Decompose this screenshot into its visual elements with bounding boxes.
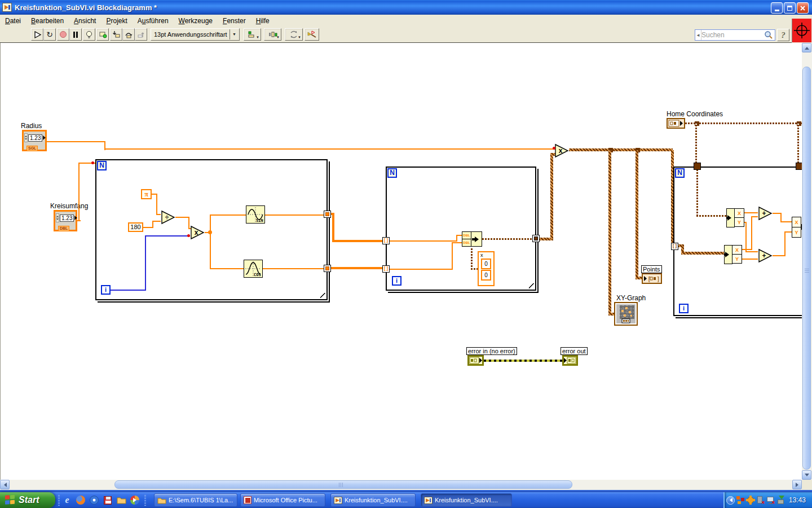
reorder-objects-button[interactable]: ▼ — [285, 28, 303, 41]
unbundle-node-2[interactable]: X Y — [724, 245, 742, 264]
loop2-input-tunnel-x[interactable]: [] — [382, 237, 390, 244]
help-button[interactable]: ? — [777, 29, 789, 41]
menu-bearbeiten[interactable]: Bearbeiten — [26, 15, 69, 27]
scroll-left-button[interactable] — [0, 480, 10, 489]
horizontal-scroll-thumb[interactable] — [114, 480, 572, 489]
save-floppy-icon[interactable] — [103, 495, 113, 505]
wire-u2x — [751, 216, 758, 217]
loop1-count-terminal[interactable]: N — [97, 161, 107, 170]
start-button[interactable]: Start — [0, 492, 55, 508]
cluster-constant-value-1[interactable]: 0 — [481, 259, 491, 269]
scroll-up-button[interactable] — [802, 43, 811, 52]
loop1-output-tunnel-cos[interactable] — [324, 265, 331, 272]
loop3-input-tunnel-home-1[interactable] — [694, 163, 701, 170]
retain-wire-values-button[interactable] — [96, 28, 109, 41]
add-node-1[interactable]: + — [758, 206, 773, 221]
loop1-output-tunnel-sin[interactable] — [324, 211, 331, 218]
for-loop-3[interactable] — [673, 167, 812, 316]
internet-explorer-icon[interactable]: e — [62, 495, 72, 505]
minimize-button[interactable] — [771, 2, 783, 14]
add-node-2[interactable]: + — [758, 248, 773, 263]
constant-180[interactable]: 180 — [128, 222, 143, 232]
menu-werkzeuge[interactable]: Werkzeuge — [174, 15, 218, 27]
vi-icon[interactable] — [792, 19, 811, 42]
radius-control-terminal[interactable]: 1.23 SGL — [22, 130, 47, 151]
menu-ansicht[interactable]: Ansicht — [69, 15, 101, 27]
task-button-labview-1[interactable]: Kreisfunktion_SubVI.... — [330, 493, 416, 507]
loop-resize-corner[interactable] — [320, 293, 325, 298]
align-objects-button[interactable]: ▼ — [244, 28, 261, 41]
loop1-iteration-terminal[interactable]: i — [101, 285, 111, 295]
divide-node[interactable]: ÷ — [161, 210, 175, 225]
folder-icon[interactable] — [116, 495, 126, 505]
cluster-constant[interactable]: x 0 0 — [478, 251, 495, 286]
clean-up-diagram-button[interactable] — [304, 28, 319, 41]
run-button[interactable] — [31, 28, 43, 41]
xy-graph-indicator-terminal[interactable] — [614, 302, 638, 326]
menu-ausfuehren[interactable]: Ausführen — [133, 15, 174, 27]
tray-office-icon[interactable] — [736, 496, 745, 505]
error-in-control-terminal[interactable] — [467, 355, 484, 366]
home-coordinates-control-terminal[interactable] — [667, 118, 685, 129]
font-dropdown-arrow-icon: ▼ — [230, 29, 239, 40]
loop2-count-terminal[interactable]: N — [387, 168, 397, 178]
pause-button[interactable] — [69, 28, 82, 41]
tray-display-disconnected-icon[interactable]: ✕ — [766, 496, 775, 505]
pi-constant[interactable]: π — [141, 189, 152, 199]
firefox-icon[interactable] — [76, 495, 86, 505]
step-out-button[interactable] — [135, 28, 147, 41]
quicklaunch-handle[interactable] — [58, 494, 60, 506]
loop3-iteration-terminal[interactable]: i — [679, 304, 689, 313]
task-button-explorer[interactable]: E:\Sem.6\TUBIS 1\La... — [154, 493, 237, 507]
font-selector[interactable]: 13pt Anwendungsschriftart ▼ — [151, 28, 240, 41]
menu-datei[interactable]: Datei — [0, 15, 26, 27]
vertical-scrollbar[interactable] — [802, 43, 812, 480]
tray-safely-remove-icon[interactable] — [776, 496, 785, 505]
search-input[interactable] — [701, 31, 764, 39]
sine-function-node[interactable]: SIN — [246, 205, 265, 224]
step-over-button[interactable] — [122, 28, 135, 41]
horizontal-scrollbar[interactable] — [0, 480, 802, 490]
bundle-node[interactable]: DBL DBL — [462, 231, 482, 247]
cluster-constant-value-2[interactable]: 0 — [481, 270, 491, 281]
menu-fenster[interactable]: Fenster — [218, 15, 251, 27]
loop2-output-tunnel[interactable] — [532, 235, 540, 242]
run-continuous-button[interactable]: ↻ — [43, 28, 56, 41]
wire-iteration — [111, 290, 146, 291]
cosine-function-node[interactable]: COS — [244, 260, 263, 278]
menu-projekt[interactable]: Projekt — [101, 15, 132, 27]
task-button-labview-2-active[interactable]: Kreisfunktion_SubVI.... — [421, 493, 512, 507]
search-collapse-icon[interactable]: ◄ — [695, 30, 701, 40]
menu-hilfe[interactable]: Hilfe — [251, 15, 275, 27]
scroll-right-button[interactable] — [792, 480, 802, 489]
tray-gear-icon[interactable] — [746, 496, 755, 505]
multiply-node-2[interactable]: x — [554, 143, 569, 158]
loop-resize-corner[interactable] — [529, 283, 534, 288]
loop3-count-terminal[interactable]: N — [675, 168, 685, 178]
kreisumfang-control-terminal[interactable]: 1.23 DBL — [54, 210, 77, 231]
web-browser-icon[interactable] — [89, 495, 99, 505]
media-player-icon[interactable] — [130, 495, 140, 505]
tray-collapse-button[interactable] — [726, 496, 735, 505]
scroll-down-button[interactable] — [802, 470, 811, 480]
multiply-node-1[interactable]: x — [190, 225, 205, 240]
abort-button[interactable] — [57, 28, 69, 41]
vertical-scroll-thumb[interactable] — [802, 67, 811, 470]
loop3-input-tunnel-points[interactable]: [] — [671, 243, 678, 250]
restore-button[interactable] — [784, 2, 796, 14]
block-diagram[interactable]: Radius 1.23 SGL Kreisumfang 1.23 DBL — [0, 43, 812, 480]
loop2-iteration-terminal[interactable]: i — [392, 276, 401, 286]
highlight-execution-button[interactable] — [83, 28, 95, 41]
title-bar[interactable]: Kreisfunktion_SubVI.vi Blockdiagramm * — [0, 0, 812, 15]
distribute-objects-button[interactable]: ▼ — [264, 28, 281, 41]
close-button[interactable] — [797, 2, 809, 14]
step-into-button[interactable] — [110, 28, 122, 41]
unbundle-node-1[interactable]: X Y — [726, 208, 744, 227]
loop2-input-tunnel-y[interactable]: [] — [382, 265, 390, 273]
error-out-indicator-terminal[interactable] — [562, 355, 578, 366]
search-box[interactable]: ◄ — [695, 29, 775, 41]
tray-network-disconnected-icon[interactable]: ✕ — [756, 496, 765, 505]
for-loop-2[interactable] — [386, 167, 536, 291]
task-button-office-picture-manager[interactable]: Microsoft Office Pictu... — [240, 493, 325, 507]
points-indicator-terminal[interactable]: [ ] — [642, 273, 662, 284]
